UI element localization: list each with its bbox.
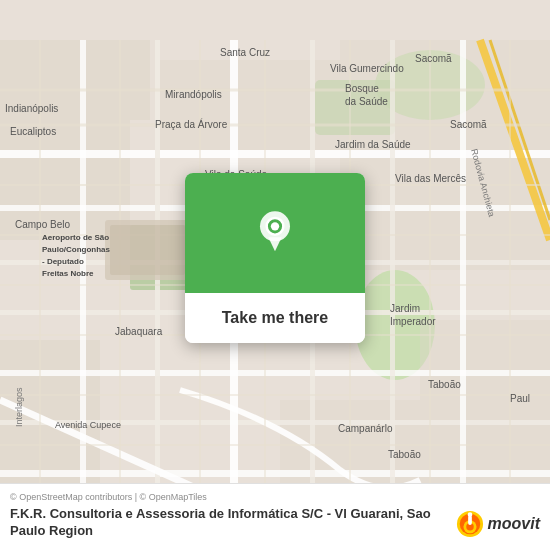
card-map-preview bbox=[185, 173, 365, 293]
svg-point-76 bbox=[271, 222, 279, 230]
map-container: Santa Cruz Sacomã Indianópolis Eucalipto… bbox=[0, 0, 550, 550]
svg-rect-45 bbox=[110, 225, 185, 275]
svg-text:Mirandópolis: Mirandópolis bbox=[165, 89, 222, 100]
info-bar: © OpenStreetMap contributors | © OpenMap… bbox=[0, 483, 550, 550]
svg-text:da Saúde: da Saúde bbox=[345, 96, 388, 107]
moovit-text: moovit bbox=[488, 515, 540, 533]
svg-text:Vila Gumercindo: Vila Gumercindo bbox=[330, 63, 404, 74]
svg-text:Vila das Mercês: Vila das Mercês bbox=[395, 173, 466, 184]
moovit-logo: moovit bbox=[456, 510, 540, 538]
svg-text:Taboão: Taboão bbox=[428, 379, 461, 390]
svg-text:Jardim: Jardim bbox=[390, 303, 420, 314]
svg-marker-77 bbox=[268, 237, 281, 251]
svg-text:Aeroporto de São: Aeroporto de São bbox=[42, 233, 109, 242]
moovit-icon bbox=[456, 510, 484, 538]
svg-text:Avenida Cupece: Avenida Cupece bbox=[55, 420, 121, 430]
svg-rect-11 bbox=[420, 320, 550, 510]
svg-text:Sacomã: Sacomã bbox=[450, 119, 487, 130]
location-pin-icon bbox=[250, 208, 300, 258]
svg-text:Interlagos: Interlagos bbox=[14, 387, 24, 427]
svg-text:Paul: Paul bbox=[510, 393, 530, 404]
copyright-text: © OpenStreetMap contributors | © OpenMap… bbox=[10, 492, 540, 502]
svg-rect-24 bbox=[390, 40, 395, 510]
svg-text:Campanárlo: Campanárlo bbox=[338, 423, 393, 434]
svg-text:Campo Belo: Campo Belo bbox=[15, 219, 70, 230]
svg-text:Paulo/Congonhas: Paulo/Congonhas bbox=[42, 245, 111, 254]
svg-text:Jabaquara: Jabaquara bbox=[115, 326, 163, 337]
svg-text:Taboão: Taboão bbox=[388, 449, 421, 460]
svg-text:Praça da Árvore: Praça da Árvore bbox=[155, 118, 228, 130]
svg-point-83 bbox=[467, 512, 472, 517]
svg-rect-25 bbox=[460, 40, 466, 510]
svg-text:Sacomã: Sacomã bbox=[415, 53, 452, 64]
svg-text:Indianópolis: Indianópolis bbox=[5, 103, 58, 114]
svg-text:Jardim da Saúde: Jardim da Saúde bbox=[335, 139, 411, 150]
svg-text:Imperador: Imperador bbox=[390, 316, 436, 327]
svg-text:- Deputado: - Deputado bbox=[42, 257, 84, 266]
take-me-there-button[interactable]: Take me there bbox=[185, 293, 365, 343]
svg-text:Bosque: Bosque bbox=[345, 83, 379, 94]
svg-text:Freitas Nobre: Freitas Nobre bbox=[42, 269, 94, 278]
svg-text:Santa Cruz: Santa Cruz bbox=[220, 47, 270, 58]
svg-text:Eucaliptos: Eucaliptos bbox=[10, 126, 56, 137]
navigation-card: Take me there bbox=[185, 173, 365, 343]
